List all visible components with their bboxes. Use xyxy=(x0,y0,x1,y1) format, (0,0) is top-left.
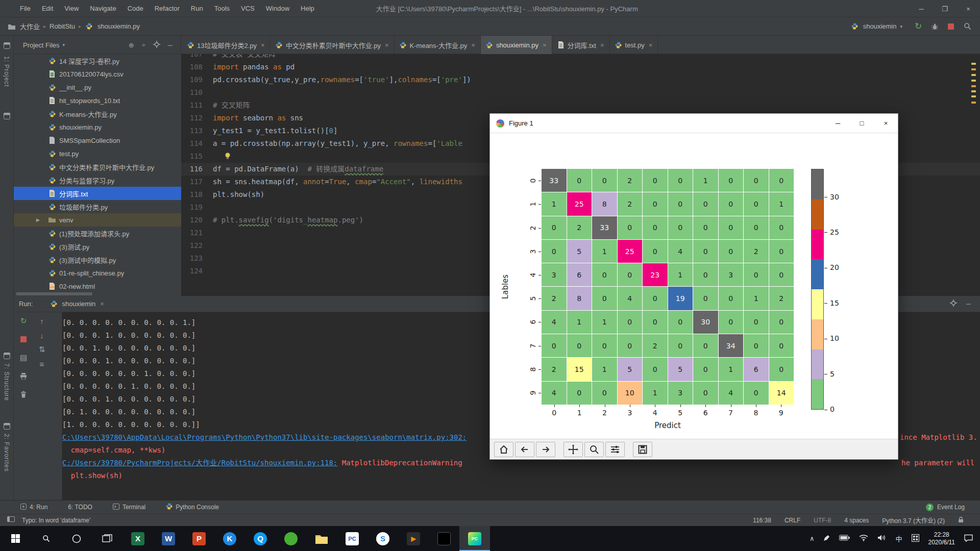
stop-icon[interactable] xyxy=(19,335,28,344)
hide-panel-icon[interactable]: ─ xyxy=(168,41,173,49)
rerun-icon[interactable]: ↻ xyxy=(914,22,923,31)
figure-window[interactable]: Figure 1 ─ □ × Lables Predict 3300200100… xyxy=(489,113,898,460)
pin-icon[interactable] xyxy=(4,112,10,119)
project-view-select[interactable]: Project Files xyxy=(23,41,60,49)
taskbar-search-icon[interactable] xyxy=(31,526,61,551)
gear-icon[interactable] xyxy=(950,299,957,308)
forward-button[interactable] xyxy=(536,442,555,457)
menu-item-edit[interactable]: Edit xyxy=(36,0,59,17)
tray-chevron-icon[interactable]: ∧ xyxy=(810,535,815,542)
down-icon[interactable]: ↓ xyxy=(37,331,46,340)
line-ending[interactable]: CRLF xyxy=(785,517,800,524)
locate-file-icon[interactable]: ⊕ xyxy=(129,41,134,49)
menu-item-code[interactable]: Code xyxy=(122,0,149,17)
sort-icon[interactable]: ⇅ xyxy=(37,345,46,354)
console-link[interactable]: C:/Users/39780/PycharmProjects/大作业/Robit… xyxy=(62,459,337,467)
taskbar-icon-swan[interactable]: S xyxy=(368,526,398,551)
stripe-structure-button[interactable]: 7: Structure xyxy=(3,363,10,401)
volume-icon[interactable] xyxy=(877,534,886,543)
save-button[interactable] xyxy=(633,442,652,457)
minimize-button[interactable]: ─ xyxy=(910,0,933,17)
editor-tab[interactable]: 分词库.txt× xyxy=(552,36,610,54)
intention-bulb-icon[interactable] xyxy=(224,152,231,162)
file-encoding[interactable]: UTF-8 xyxy=(814,517,831,524)
console-link[interactable]: C:\Users\39780\AppData\Local\Programs\Py… xyxy=(62,433,467,441)
editor-tab[interactable]: K-means-大作业.py× xyxy=(395,36,481,54)
collapse-all-icon[interactable]: ÷ xyxy=(142,41,145,49)
horizontal-scrollbar[interactable] xyxy=(16,292,92,295)
run-configuration-select[interactable]: shouxiemin ▾ xyxy=(846,20,906,33)
caret-position[interactable]: 116:38 xyxy=(753,517,771,524)
input-method-icon[interactable] xyxy=(912,534,919,543)
taskbar-icon-word[interactable]: W xyxy=(153,526,184,551)
taskbar-icon-excel[interactable]: X xyxy=(122,526,153,551)
stripe-favorites-button[interactable]: 2: Favorites xyxy=(3,434,10,472)
notification-center-icon[interactable] xyxy=(964,534,973,543)
wifi-icon[interactable] xyxy=(859,534,868,543)
breadcrumb-root[interactable]: 大作业 xyxy=(20,21,40,31)
editor-tab[interactable]: shouxiemin.py× xyxy=(481,36,552,54)
project-file-item[interactable]: shouxiemin.py xyxy=(14,120,181,134)
close-icon[interactable]: × xyxy=(600,41,604,49)
toolwindow-run-button[interactable]: 4: Run xyxy=(20,504,47,511)
tool-window-toggle-icon[interactable] xyxy=(7,516,15,524)
debug-icon[interactable] xyxy=(930,22,939,31)
project-file-item[interactable]: ▶venv xyxy=(14,213,181,227)
taskbar-icon-pycharm[interactable]: PC xyxy=(459,526,490,551)
taskbar-icon-cmd[interactable] xyxy=(429,526,459,551)
figure-maximize-button[interactable]: □ xyxy=(850,114,874,133)
up-icon[interactable]: ↑ xyxy=(37,316,46,325)
toolwindow-todo-button[interactable]: 6: TODO xyxy=(68,504,92,511)
taskbar-icon-qq[interactable]: Q xyxy=(245,526,276,551)
rerun-icon[interactable]: ↻ xyxy=(19,316,28,325)
menu-item-vcs[interactable]: VCS xyxy=(235,0,260,17)
battery-icon[interactable] xyxy=(839,535,850,542)
stop-icon[interactable] xyxy=(946,22,955,31)
lock-icon[interactable] xyxy=(958,516,964,524)
taskbar-icon-browser[interactable] xyxy=(276,526,306,551)
project-file-item[interactable]: (3)测试中的模拟.py xyxy=(14,253,181,266)
task-view-icon[interactable] xyxy=(92,526,122,551)
status-message[interactable]: Typo: In word 'dataframe' xyxy=(22,517,90,524)
taskbar-icon-pc-manager[interactable]: PC xyxy=(337,526,368,551)
project-file-item[interactable]: hit_stopwords_10.txt xyxy=(14,94,181,107)
close-icon[interactable]: × xyxy=(649,41,653,49)
home-button[interactable] xyxy=(494,442,513,457)
zoom-button[interactable] xyxy=(584,442,604,457)
project-file-item[interactable]: (1)预处理添加请求头.py xyxy=(14,227,181,240)
close-icon[interactable]: × xyxy=(471,41,475,49)
event-log-button[interactable]: 2 Event Log xyxy=(926,504,980,511)
print-icon[interactable] xyxy=(19,371,28,381)
breadcrumb-folder[interactable]: RobitStu xyxy=(50,22,75,30)
close-icon[interactable]: × xyxy=(100,300,104,308)
project-file-item[interactable]: 14 深度学习-卷积.py xyxy=(14,54,181,67)
editor-tab[interactable]: 13垃圾邮件分类2.py× xyxy=(182,36,271,54)
indent-setting[interactable]: 4 spaces xyxy=(844,517,869,524)
show-grid-icon[interactable]: ▤ xyxy=(19,353,28,362)
taskbar-icon-powerpoint[interactable]: P xyxy=(184,526,214,551)
project-file-item[interactable]: 201706120074lys.csv xyxy=(14,67,181,81)
project-file-item[interactable]: 中文分类朴素贝叶斯中大作业.py xyxy=(14,160,181,173)
ime-indicator[interactable]: 中 xyxy=(895,534,902,543)
interpreter-selector[interactable]: Python 3.7 (大作业) (2) xyxy=(882,516,945,524)
close-icon[interactable]: × xyxy=(385,41,389,49)
pan-button[interactable] xyxy=(564,442,583,457)
pen-icon[interactable] xyxy=(823,535,830,543)
project-file-item[interactable]: <>02-new.html xyxy=(14,280,181,293)
project-file-item[interactable]: 分词库.txt xyxy=(14,187,181,200)
close-button[interactable]: × xyxy=(957,0,980,17)
configure-subplots-button[interactable] xyxy=(605,442,625,457)
maximize-button[interactable]: ❐ xyxy=(933,0,957,17)
project-file-item[interactable]: (3)测试.py xyxy=(14,240,181,253)
taskbar-icon-explorer[interactable] xyxy=(306,526,337,551)
menu-item-window[interactable]: Window xyxy=(260,0,295,17)
menu-item-refactor[interactable]: Refactor xyxy=(149,0,185,17)
chevron-right-icon[interactable]: ▶ xyxy=(36,217,40,222)
toolwindow-terminal-button[interactable]: Terminal xyxy=(113,504,145,511)
taskbar-icon-k-app[interactable]: K xyxy=(214,526,245,551)
menu-item-tools[interactable]: Tools xyxy=(209,0,235,17)
editor-tab[interactable]: test.py× xyxy=(610,36,658,54)
breadcrumb-file[interactable]: shouxiemin.py xyxy=(97,22,140,30)
taskbar-icon-player[interactable]: ▶ xyxy=(398,526,429,551)
hide-panel-icon[interactable]: ─ xyxy=(966,300,971,308)
